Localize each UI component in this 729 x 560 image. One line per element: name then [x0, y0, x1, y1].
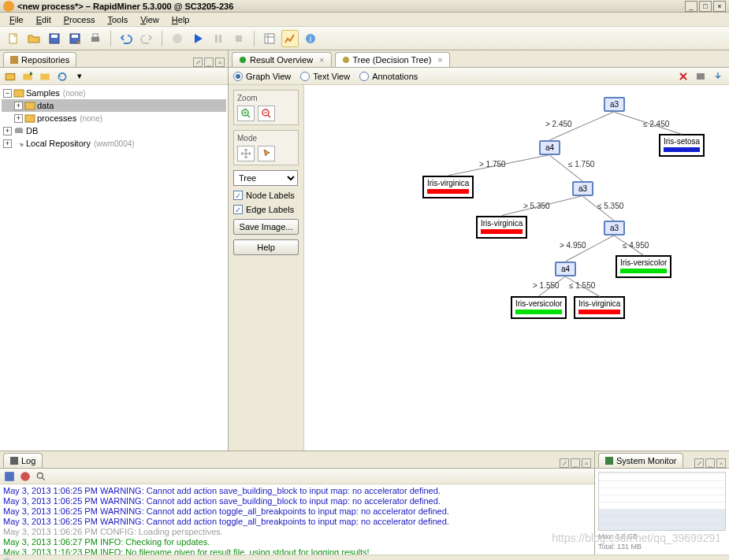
radio-text-view[interactable]: Text View — [300, 72, 350, 81]
log-clear-icon[interactable] — [19, 470, 32, 483]
panel-expand-icon[interactable]: ⤢ — [694, 458, 704, 468]
tree-canvas[interactable]: a3a4Iris-setosaIris-virginicaa3Iris-virg… — [304, 85, 729, 451]
log-line: May 3, 2013 1:06:27 PM INFO: Checking fo… — [3, 537, 591, 547]
move-mode-icon[interactable] — [237, 146, 255, 161]
log-search-icon[interactable] — [35, 470, 47, 483]
tab-system-monitor[interactable]: System Monitor — [598, 453, 683, 468]
zoom-out-icon[interactable] — [258, 106, 275, 121]
radio-graph-view[interactable]: Graph View — [233, 72, 291, 81]
menu-help[interactable]: Help — [166, 13, 196, 26]
tab-result-overview[interactable]: Result Overview × — [232, 52, 332, 67]
tree-processes[interactable]: + processes (none) — [2, 112, 226, 124]
expand-icon[interactable]: + — [14, 102, 23, 110]
store-result-icon[interactable] — [694, 70, 707, 83]
tab-log-label: Log — [21, 456, 35, 465]
repo-tree[interactable]: − Samples (none) + data + processes (non… — [0, 85, 228, 451]
panel-expand-icon[interactable]: ⤢ — [193, 57, 203, 67]
log-line: May 3, 2013 1:06:25 PM WARNING: Cannot a… — [3, 506, 591, 517]
design-view-button[interactable] — [261, 30, 278, 47]
edge-label: ≤ 2.450 — [643, 120, 669, 128]
monitor-max: Max: 3.8 GB — [598, 532, 726, 541]
tree-data[interactable]: + data — [2, 99, 226, 112]
repo-new-icon[interactable] — [20, 69, 35, 83]
open-button[interactable] — [25, 30, 43, 47]
expand-icon[interactable]: + — [3, 139, 12, 148]
radio-annotations[interactable]: Annotations — [359, 72, 418, 81]
close-icon[interactable]: × — [437, 55, 442, 65]
tree-inner-node[interactable]: a3 — [604, 97, 625, 112]
repo-dropdown-icon[interactable]: ▾ — [73, 69, 87, 83]
tree-leaf-node[interactable]: Iris-versicolor — [616, 255, 671, 278]
check-node-labels[interactable]: ✓Node Labels — [233, 191, 299, 200]
log-save-icon[interactable] — [3, 470, 16, 483]
panel-min-icon[interactable]: _ — [705, 458, 715, 468]
layout-select[interactable]: Tree — [233, 170, 298, 186]
tree-inner-node[interactable]: a3 — [604, 221, 625, 235]
panel-close-icon[interactable]: × — [716, 458, 726, 468]
repo-refresh-icon[interactable] — [55, 69, 69, 83]
run-button[interactable] — [189, 30, 206, 47]
help-button[interactable]: Help — [233, 239, 299, 255]
tab-repositories-label: Repositories — [21, 55, 69, 65]
minimize-button[interactable]: _ — [685, 1, 697, 12]
export-result-icon[interactable] — [712, 70, 724, 83]
repo-add-icon[interactable] — [3, 69, 17, 83]
tree-leaf-node[interactable]: Iris-versicolor — [511, 296, 567, 319]
tree-leaf-node[interactable]: Iris-virginica — [476, 216, 527, 239]
pick-mode-icon[interactable] — [258, 146, 275, 161]
validate-button[interactable] — [169, 30, 186, 47]
tree-leaf-node[interactable]: Iris-virginica — [422, 176, 474, 198]
menubar: File Edit Process Tools View Help — [0, 13, 729, 27]
close-icon[interactable]: × — [319, 55, 324, 65]
menu-process[interactable]: Process — [58, 13, 102, 26]
wizard-button[interactable]: i — [302, 30, 319, 47]
check-edge-labels[interactable]: ✓Edge Labels — [233, 205, 299, 214]
tree-db[interactable]: + DB — [2, 124, 226, 137]
tree-local[interactable]: + Local Repository (wwm0004) — [2, 137, 226, 150]
app-icon — [3, 1, 14, 12]
edge-label: > 1.550 — [533, 281, 560, 290]
delete-result-icon[interactable] — [677, 70, 690, 83]
svg-rect-15 — [6, 73, 14, 80]
log-body[interactable]: May 3, 2013 1:06:25 PM WARNING: Cannot a… — [0, 484, 594, 554]
results-view-button[interactable] — [281, 30, 299, 47]
tab-overview-label: Result Overview — [250, 55, 313, 65]
edge-label: > 5.350 — [523, 202, 550, 210]
panel-close-icon[interactable]: × — [582, 458, 591, 468]
panel-min-icon[interactable]: _ — [204, 57, 214, 67]
saveas-button[interactable] — [66, 30, 84, 47]
save-button[interactable] — [46, 30, 63, 47]
tree-inner-node[interactable]: a4 — [539, 140, 560, 155]
print-button[interactable] — [87, 30, 104, 47]
panel-close-icon[interactable]: × — [215, 57, 225, 67]
tab-decision-tree[interactable]: Tree (Decision Tree) × — [335, 52, 450, 67]
menu-edit[interactable]: Edit — [30, 13, 58, 26]
tree-leaf-node[interactable]: Iris-virginica — [574, 296, 625, 319]
tree-leaf-node[interactable]: Iris-setosa — [659, 134, 705, 157]
close-button[interactable]: × — [713, 1, 726, 12]
menu-file[interactable]: File — [3, 13, 30, 26]
menu-tools[interactable]: Tools — [101, 13, 134, 26]
redo-button[interactable] — [138, 30, 155, 47]
tree-inner-node[interactable]: a4 — [555, 261, 576, 276]
tab-log[interactable]: Log — [3, 453, 43, 468]
maximize-button[interactable]: □ — [699, 1, 712, 12]
tree-samples[interactable]: − Samples (none) — [2, 87, 226, 99]
expand-icon[interactable]: − — [3, 89, 12, 98]
tab-repositories[interactable]: Repositories — [3, 52, 76, 67]
pause-button[interactable] — [210, 30, 227, 47]
repo-open-icon[interactable] — [38, 69, 52, 83]
undo-button[interactable] — [117, 30, 135, 47]
panel-min-icon[interactable]: _ — [571, 458, 580, 468]
expand-icon[interactable]: + — [3, 127, 12, 135]
stop-button[interactable] — [230, 30, 247, 47]
save-image-button[interactable]: Save Image... — [233, 219, 299, 235]
monitor-body: Max: 3.8 GB Total: 131 MB — [595, 469, 729, 554]
menu-view[interactable]: View — [134, 13, 166, 26]
expand-icon[interactable]: + — [14, 114, 23, 123]
new-button[interactable] — [5, 30, 22, 47]
svg-rect-5 — [91, 37, 99, 42]
tree-inner-node[interactable]: a3 — [572, 181, 593, 196]
panel-expand-icon[interactable]: ⤢ — [560, 458, 569, 468]
zoom-in-icon[interactable] — [237, 106, 255, 121]
